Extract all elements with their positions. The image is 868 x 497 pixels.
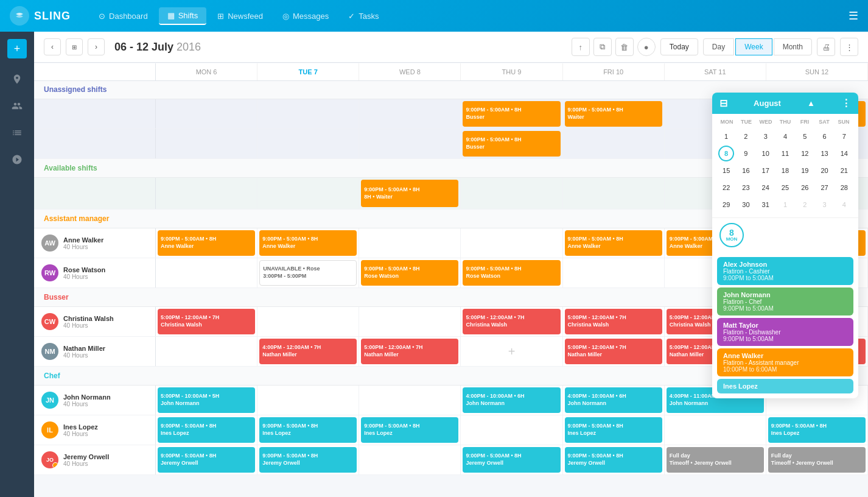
sidebar-icon-people[interactable] <box>6 95 28 117</box>
mini-cal-date[interactable]: 5 <box>797 129 813 144</box>
copy-button[interactable]: ⧉ <box>593 38 612 56</box>
shift-block[interactable]: 9:00PM - 5:00AM • 8HAnne Walker <box>565 230 662 256</box>
mini-cal-date[interactable]: 23 <box>738 180 754 196</box>
shift-block[interactable]: 9:00PM - 5:00AM • 8HRose Watson <box>361 260 458 286</box>
delete-button[interactable]: 🗑 <box>615 38 634 56</box>
mini-cal-date[interactable]: 17 <box>758 163 774 178</box>
event-item[interactable]: Ines Lopez <box>717 379 853 393</box>
today-button[interactable]: Today <box>660 38 698 55</box>
shift-block[interactable]: 9:00PM - 5:00AM • 8H Busser <box>463 101 560 127</box>
shift-block[interactable]: 9:00PM - 5:00AM • 8HJeremy Orwell <box>565 447 662 473</box>
sidebar-icon-list[interactable] <box>6 122 28 144</box>
nav-dashboard[interactable]: ⊙ Dashboard <box>90 7 156 25</box>
mini-cal-date[interactable]: 13 <box>817 146 833 161</box>
event-item[interactable]: Alex Johnson Flatiron - Cashier 9:00PM t… <box>717 257 853 285</box>
nathan-day-3[interactable]: + <box>461 337 562 366</box>
shift-block[interactable]: 9:00PM - 5:00AM • 8HJeremy Orwell <box>463 447 560 473</box>
mini-cal-date[interactable]: 9 <box>738 146 754 161</box>
mini-cal-date[interactable]: 7 <box>836 129 852 144</box>
mini-cal-date[interactable]: 12 <box>797 146 813 161</box>
shift-block[interactable]: 9:00PM - 5:00AM • 8HInes Lopez <box>768 417 866 443</box>
shift-block[interactable]: 9:00PM - 5:00AM • 8HAnne Walker <box>259 230 357 256</box>
shift-block[interactable]: 5:00PM - 12:00AM • 7HChristina Walsh <box>565 309 662 334</box>
mini-cal-date[interactable]: 30 <box>738 197 754 213</box>
month-view-button[interactable]: Month <box>774 38 812 55</box>
shift-block-fullday[interactable]: Full dayTimeoff • Jeremy Orwell <box>667 447 764 473</box>
mini-cal-date[interactable]: 10 <box>758 146 774 161</box>
nav-messages[interactable]: ◎ Messages <box>274 7 337 25</box>
mini-cal-date-today[interactable]: 8 <box>718 146 734 161</box>
mini-cal-date[interactable]: 18 <box>777 163 793 178</box>
mini-cal-date[interactable]: 11 <box>777 146 793 161</box>
hamburger-menu[interactable]: ☰ <box>849 9 858 23</box>
mini-cal-date[interactable]: 25 <box>777 180 793 196</box>
shift-block-fullday[interactable]: Full dayTimeoff • Jeremy Orwell <box>768 447 866 473</box>
grid-view-button[interactable]: ⊞ <box>66 38 83 55</box>
mini-cal-filter-icon[interactable]: ⊟ <box>719 97 727 109</box>
shift-block[interactable]: 9:00PM - 5:00AM • 8HInes Lopez <box>565 417 662 443</box>
mini-cal-date[interactable]: 14 <box>836 146 852 161</box>
shift-block[interactable]: 4:00PM - 10:00AM • 6HJohn Normann <box>565 387 662 413</box>
nav-newsfeed[interactable]: ⊞ Newsfeed <box>209 7 271 25</box>
mini-cal-date-other[interactable]: 3 <box>817 197 833 213</box>
shift-block[interactable]: 9:00PM - 5:00AM • 8HJeremy Orwell <box>259 447 357 473</box>
mini-cal-date[interactable]: 20 <box>817 163 833 178</box>
shift-block[interactable]: 5:00PM - 12:00AM • 7HChristina Walsh <box>158 309 255 334</box>
shift-block[interactable]: 9:00PM - 5:00AM • 8H 8H • Waiter <box>361 180 458 207</box>
prev-button[interactable]: ‹ <box>44 38 61 55</box>
print-button[interactable]: 🖨 <box>817 38 835 56</box>
mini-cal-date[interactable]: 22 <box>718 180 734 196</box>
mini-cal-date[interactable]: 26 <box>797 180 813 196</box>
nav-shifts[interactable]: ▦ Shifts <box>159 7 207 25</box>
more-options-button[interactable]: ⋮ <box>840 38 858 56</box>
shift-block[interactable]: 5:00PM - 12:00AM • 7HNathan Miller <box>361 339 458 364</box>
mini-cal-date[interactable]: 4 <box>777 129 793 144</box>
sidebar-icon-location[interactable] <box>6 68 28 90</box>
mini-cal-date-other[interactable]: 4 <box>836 197 852 213</box>
nav-tasks[interactable]: ✓ Tasks <box>340 7 387 25</box>
mini-cal-date[interactable]: 28 <box>836 180 852 196</box>
mini-cal-date[interactable]: 24 <box>758 180 774 196</box>
shift-block[interactable]: 5:00PM - 12:00AM • 7HNathan Miller <box>565 339 662 364</box>
mini-cal-date[interactable]: 19 <box>797 163 813 178</box>
mini-cal-date[interactable]: 6 <box>817 129 833 144</box>
week-view-button[interactable]: Week <box>735 38 772 55</box>
event-item[interactable]: Anne Walker Flatiron - Assistant manager… <box>717 348 853 376</box>
mini-cal-date[interactable]: 15 <box>718 163 734 178</box>
shift-block[interactable]: 9:00PM - 5:00AM • 8H Busser <box>463 131 560 157</box>
mini-cal-date[interactable]: 21 <box>836 163 852 178</box>
settings-circle-button[interactable]: ● <box>637 38 656 56</box>
mini-cal-date[interactable]: 3 <box>758 129 774 144</box>
mini-cal-date[interactable]: 2 <box>738 129 754 144</box>
shift-block[interactable]: 5:00PM - 10:00AM • 5HJohn Normann <box>158 387 255 413</box>
mini-cal-date[interactable]: 27 <box>817 180 833 196</box>
shift-block[interactable]: 9:00PM - 5:00AM • 8HInes Lopez <box>361 417 458 443</box>
next-button[interactable]: › <box>88 38 105 55</box>
mini-cal-date-other[interactable]: 2 <box>797 197 813 213</box>
mini-cal-date[interactable]: 16 <box>738 163 754 178</box>
shift-block-unavailable[interactable]: UNAVAILABLE • Rose3:00PM - 5:00PM <box>259 260 357 286</box>
shift-block[interactable]: 9:00PM - 5:00AM • 8HInes Lopez <box>259 417 357 443</box>
shift-block[interactable]: 9:00PM - 5:00AM • 8HAnne Walker <box>158 230 255 256</box>
anne-day-1: 9:00PM - 5:00AM • 8HAnne Walker <box>257 228 359 258</box>
shift-block[interactable]: 9:00PM - 5:00AM • 8HInes Lopez <box>158 417 255 443</box>
mini-cal-more-icon[interactable]: ⋮ <box>841 97 851 109</box>
shift-block[interactable]: 9:00PM - 5:00AM • 8HRose Watson <box>463 260 560 286</box>
shift-block[interactable]: 4:00PM - 10:00AM • 6HJohn Normann <box>463 387 560 413</box>
shift-block[interactable]: 9:00PM - 5:00AM • 8H Waiter <box>565 101 662 127</box>
add-button[interactable]: + <box>7 39 27 58</box>
mini-cal-date[interactable]: 1 <box>718 129 734 144</box>
christina-name: Christina Walsh <box>63 315 114 322</box>
day-view-button[interactable]: Day <box>703 38 734 55</box>
nathan-day-1: 4:00PM - 12:00AM • 7HNathan Miller <box>257 337 359 366</box>
shift-block[interactable]: 9:00PM - 5:00AM • 8HJeremy Orwell <box>158 447 255 473</box>
export-button[interactable]: ↑ <box>572 38 590 56</box>
mini-cal-date-other[interactable]: 1 <box>777 197 793 213</box>
mini-cal-date[interactable]: 31 <box>758 197 774 213</box>
mini-cal-date[interactable]: 29 <box>718 197 734 213</box>
event-item[interactable]: John Normann Flatiron - Chef 9:00PM to 5… <box>717 287 853 315</box>
sidebar-icon-settings[interactable] <box>6 149 28 171</box>
shift-block[interactable]: 4:00PM - 12:00AM • 7HNathan Miller <box>259 339 357 364</box>
shift-block[interactable]: 5:00PM - 12:00AM • 7HChristina Walsh <box>463 309 560 334</box>
event-item[interactable]: Matt Taylor Flatiron - Dishwasher 9:00PM… <box>717 318 853 346</box>
